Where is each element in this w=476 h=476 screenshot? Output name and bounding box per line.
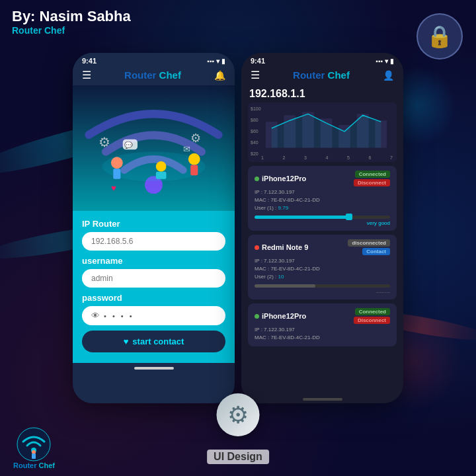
signal-label-1: very good bbox=[255, 220, 390, 226]
username-input[interactable] bbox=[82, 269, 225, 288]
battery-left: ▮ bbox=[221, 58, 225, 65]
app-title-part2-right: Chef bbox=[328, 69, 350, 81]
logo-text: Router Chef bbox=[13, 461, 55, 469]
app-title-left: Router Chef bbox=[124, 69, 181, 81]
logo-svg bbox=[17, 427, 51, 461]
logo-area: Router Chef bbox=[13, 427, 55, 469]
logo-text-part1: Router bbox=[13, 461, 36, 469]
device-header: iPhone12Pro Connected Disconnect bbox=[255, 308, 390, 324]
device-user: User (2) : 10 bbox=[255, 273, 390, 281]
hero-area: ⚙ ⚙ 💬 ✉ ♥ bbox=[73, 85, 235, 211]
phone-right: 9:41 ▪▪▪ ▾ ▮ ☰ Router Chef 👤 192.168.1.1… bbox=[241, 53, 403, 403]
lock-icon-container: 🔒 bbox=[416, 13, 463, 60]
badge-contact[interactable]: Contact bbox=[362, 248, 390, 255]
signal-dashes-2: -------- bbox=[255, 289, 390, 295]
device-mac: MAC : 7E-EV-8D-4C-21-DD bbox=[255, 196, 390, 204]
phone-left: 9:41 ▪▪▪ ▾ ▮ ☰ Router Chef 🔔 bbox=[73, 53, 235, 403]
chart-area: $100 $80 $60 $40 $20 bbox=[248, 102, 397, 162]
svg-point-4 bbox=[188, 153, 200, 165]
chart-svg bbox=[262, 106, 393, 150]
time-left: 9:41 bbox=[82, 57, 97, 65]
svg-text:♥: ♥ bbox=[111, 183, 116, 193]
svg-rect-3 bbox=[113, 169, 120, 179]
svg-point-2 bbox=[111, 157, 123, 169]
app-header-left: ☰ Router Chef 🔔 bbox=[73, 66, 235, 85]
app-header-right: ☰ Router Chef 👤 bbox=[241, 66, 403, 85]
ui-design-label: UI Design bbox=[207, 450, 269, 464]
app-title-part2-left: Chef bbox=[159, 69, 181, 81]
device-badges: Connected Disconnect bbox=[354, 171, 390, 186]
signal-fill-2 bbox=[255, 284, 315, 288]
header: By: Nasim Sabha Router Chef bbox=[12, 8, 131, 36]
app-title-right: Router Chef bbox=[293, 69, 350, 81]
password-dots: • • • • bbox=[104, 312, 134, 320]
user-icon-right[interactable]: 👤 bbox=[383, 70, 394, 81]
home-bar-left bbox=[134, 367, 174, 370]
password-input-display[interactable]: 👁 • • • • bbox=[82, 306, 225, 325]
status-bar-right: 9:41 ▪▪▪ ▾ ▮ bbox=[241, 53, 403, 66]
device-mac: MAC : 7E-EV-8D-4C-21-DD bbox=[255, 334, 390, 342]
start-contact-label: start contact bbox=[132, 337, 184, 346]
badge-connected: Connected bbox=[355, 171, 390, 178]
device-card: iPhone12Pro Connected Disconnect IP : 7.… bbox=[248, 166, 397, 231]
status-icons-right: ▪▪▪ ▾ ▮ bbox=[376, 58, 394, 65]
eye-off-icon: 👁 bbox=[91, 311, 100, 321]
svg-point-12 bbox=[156, 161, 167, 172]
gear-icon-container: ⚙ bbox=[217, 393, 260, 436]
signal-fill-1 bbox=[255, 216, 350, 219]
device-ip: IP : 7.122.30.197 bbox=[255, 188, 390, 196]
app-title-part1-left: Router bbox=[124, 69, 156, 81]
phones-container: 9:41 ▪▪▪ ▾ ▮ ☰ Router Chef 🔔 bbox=[73, 53, 403, 403]
logo-text-part2: Chef bbox=[39, 461, 55, 469]
device-name-row: Redmi Note 9 bbox=[255, 243, 308, 251]
form-area: IP Router username password 👁 • • • • ♥ … bbox=[73, 211, 235, 363]
status-dot-green bbox=[255, 314, 259, 319]
badge-disconnect[interactable]: Disconnect bbox=[354, 179, 390, 186]
ip-input[interactable] bbox=[82, 232, 225, 251]
device-ip: IP : 7.122.30.197 bbox=[255, 257, 390, 265]
badge-disconnect[interactable]: Disconnect bbox=[354, 317, 390, 324]
svg-rect-5 bbox=[190, 165, 198, 176]
home-bar-right bbox=[303, 398, 342, 401]
device-card: iPhone12Pro Connected Disconnect IP : 7.… bbox=[248, 303, 397, 346]
status-bar-left: 9:41 ▪▪▪ ▾ ▮ bbox=[73, 53, 235, 66]
device-user: User (1) : 9.79 bbox=[255, 204, 390, 212]
chart-y-labels: $100 $80 $60 $40 $20 bbox=[251, 106, 261, 156]
menu-icon-left[interactable]: ☰ bbox=[82, 69, 91, 81]
svg-rect-26 bbox=[32, 454, 36, 459]
hero-illustration: ⚙ ⚙ 💬 ✉ ♥ bbox=[73, 85, 235, 211]
device-badges: Connected Disconnect bbox=[354, 308, 390, 324]
device-header: iPhone12Pro Connected Disconnect bbox=[255, 171, 390, 186]
wifi-status-right: ▾ bbox=[385, 58, 388, 65]
device-name-label: Redmi Note 9 bbox=[262, 243, 308, 251]
start-contact-button[interactable]: ♥ start contact bbox=[82, 331, 225, 352]
status-dot-green bbox=[255, 177, 259, 181]
device-list: iPhone12Pro Connected Disconnect IP : 7.… bbox=[241, 162, 403, 394]
device-header: Redmi Note 9 disconnected Contact bbox=[255, 239, 390, 255]
app-subtitle: Router Chef bbox=[12, 25, 131, 36]
device-info: IP : 7.122.30.197 MAC : 7E-EV-8D-4C-21-D… bbox=[255, 257, 390, 281]
signal-bars-left: ▪▪▪ bbox=[207, 58, 214, 65]
status-dot-red bbox=[255, 245, 259, 250]
status-icons-left: ▪▪▪ ▾ ▮ bbox=[207, 58, 225, 65]
signal-bar-1 bbox=[255, 216, 390, 219]
badge-connected: Connected bbox=[355, 308, 390, 315]
author-text: By: Nasim Sabha bbox=[12, 8, 131, 25]
signal-thumb-1 bbox=[346, 214, 352, 220]
svg-text:✉: ✉ bbox=[183, 144, 190, 154]
ip-label: IP Router bbox=[82, 219, 225, 229]
heart-icon-btn: ♥ bbox=[124, 337, 129, 346]
svg-text:⚙: ⚙ bbox=[99, 135, 110, 149]
gear-icon: ⚙ bbox=[227, 401, 249, 429]
menu-icon-right[interactable]: ☰ bbox=[251, 69, 260, 81]
svg-rect-13 bbox=[156, 172, 167, 179]
time-right: 9:41 bbox=[251, 57, 265, 65]
svg-text:💬: 💬 bbox=[124, 141, 133, 149]
chart-x-labels: 1 2 3 4 5 6 7 bbox=[261, 155, 393, 160]
device-mac: MAC : 7E-EV-8D-4C-21-DD bbox=[255, 265, 390, 273]
bell-icon-left[interactable]: 🔔 bbox=[214, 70, 225, 81]
device-info: IP : 7.122.30.197 MAC : 7E-EV-8D-4C-21-D… bbox=[255, 188, 390, 212]
device-name-row: iPhone12Pro bbox=[255, 312, 306, 320]
device-badges: disconnected Contact bbox=[348, 239, 390, 255]
password-wrapper: 👁 • • • • bbox=[82, 306, 225, 325]
